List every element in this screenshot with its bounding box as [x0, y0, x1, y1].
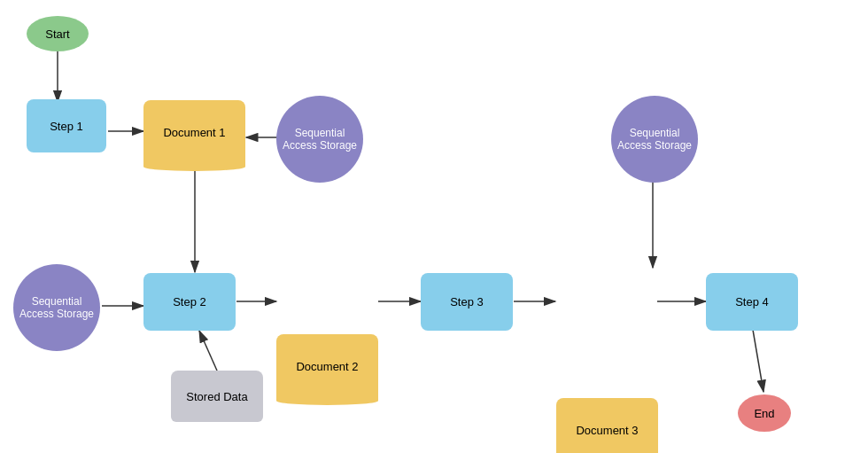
- step3-node: Step 3: [421, 273, 513, 331]
- step2-node: Step 2: [143, 273, 236, 331]
- doc1-node: Document 1: [143, 100, 245, 164]
- svg-line-11: [753, 330, 763, 392]
- diagram: Start Step 1 Document 1 Sequential Acces…: [0, 0, 868, 453]
- stored-node: Stored Data: [171, 371, 263, 422]
- doc3-node: Document 3: [556, 398, 658, 453]
- svg-line-12: [199, 331, 217, 371]
- seq2-node: Sequential Access Storage: [611, 96, 698, 183]
- end-node: End: [738, 394, 791, 432]
- start-node: Start: [27, 16, 89, 51]
- doc2-node: Document 2: [276, 334, 378, 398]
- arrows-svg: [0, 0, 868, 453]
- seq1-node: Sequential Access Storage: [276, 96, 363, 183]
- step4-node: Step 4: [706, 273, 798, 331]
- step1-node: Step 1: [27, 99, 106, 152]
- seq3-node: Sequential Access Storage: [13, 264, 100, 351]
